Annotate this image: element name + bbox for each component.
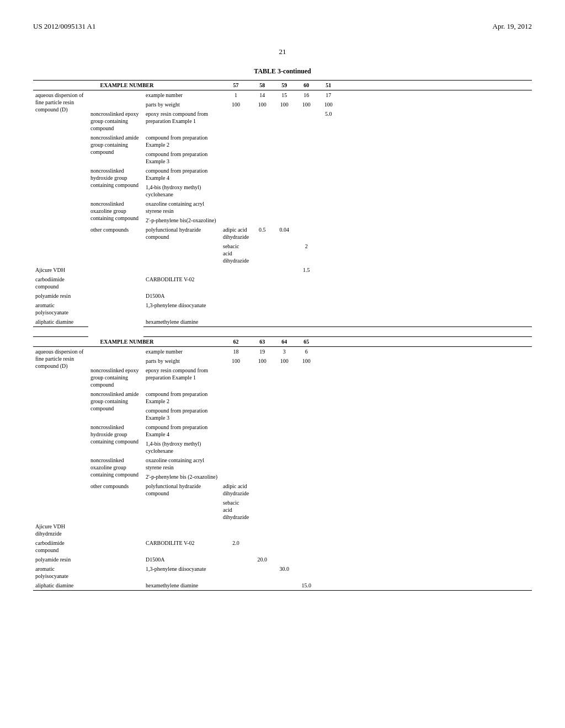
hydrazide-label: polyfunctional hydrazide compound bbox=[143, 225, 221, 275]
t2-section1-label: aqueous dispersion of fine particle resi… bbox=[33, 347, 88, 522]
cell-sebacic: sebacic acid dihydrazide bbox=[221, 242, 251, 265]
cell-hexamethylene: hexamethylene diamine bbox=[143, 317, 221, 327]
aromatic-poly-label: aromatic polyisocyanate bbox=[33, 301, 88, 317]
t2-cell-ajicure: Ajicure VDH dihydrnzide bbox=[33, 522, 88, 538]
table2-example-label: EXAMPLE NUMBER bbox=[33, 337, 221, 347]
table1-header-row: EXAMPLE NUMBER 57 58 59 60 51 bbox=[33, 81, 532, 90]
table-row: noncrosslinked oxazoline group containin… bbox=[33, 456, 532, 472]
t2-hydroxide-group-label: noncrosslinked hydroxide group containin… bbox=[88, 422, 143, 456]
subsection1-label bbox=[88, 90, 143, 110]
cell-ajicure: Ajicure VDH bbox=[33, 265, 88, 275]
t2-cell-compound-prep3: compound from preparation Example 3 bbox=[143, 406, 221, 422]
table1-ex-51: 51 bbox=[317, 81, 339, 90]
t2-cell-adipic: adipic acid dihydrazide bbox=[221, 481, 251, 498]
section1-label: aqueous dispersion of fine particle resi… bbox=[33, 90, 88, 266]
t2-polyamide-label: polyamide resin bbox=[33, 555, 88, 564]
polyamide-label: polyamide resin bbox=[33, 291, 88, 301]
table-row: noncrosslinked hydroxide group containin… bbox=[33, 166, 532, 183]
t2-cell-parts-by-weight: parts by weight bbox=[143, 356, 221, 366]
carbodiimide-label: carbodiimide compound bbox=[33, 275, 88, 291]
patent-number: US 2012/0095131 A1 bbox=[33, 22, 95, 31]
t2-sub1-label bbox=[88, 347, 143, 366]
t2-epoxy-group-label: noncrosslinked epoxy group containing co… bbox=[88, 366, 143, 389]
table-row: other compounds polyfunctional hydrazide… bbox=[33, 481, 532, 498]
cell-example-number: example number bbox=[143, 90, 221, 100]
cell-carbodilite: CARBODILITE V-02 bbox=[143, 275, 221, 291]
table2-ex-62: 62 bbox=[221, 337, 251, 347]
cell-parts-by-weight: parts by weight bbox=[143, 100, 221, 109]
table1-ex-58: 58 bbox=[251, 81, 273, 90]
page-header: US 2012/0095131 A1 Apr. 19, 2012 bbox=[33, 22, 532, 31]
hydroxide-group-label: noncrosslinked hydroxide group containin… bbox=[88, 166, 143, 199]
t2-cell-carbodilite: CARBODILITE V-02 bbox=[143, 538, 221, 555]
table2-header-row: EXAMPLE NUMBER 62 63 64 65 bbox=[33, 337, 532, 347]
t2-cell-compound-prep4: compound from preparation Example 4 bbox=[143, 422, 221, 439]
table-row: other compounds polyfunctional hydrazide… bbox=[33, 225, 532, 242]
cell-epoxy-resin: epoxy resin compound from preparation Ex… bbox=[143, 109, 221, 130]
table2-ex-63: 63 bbox=[251, 337, 273, 347]
page-number-center: 21 bbox=[33, 47, 532, 56]
table-title: TABLE 3-continued bbox=[33, 67, 532, 76]
cell-compound-prep4: compound from preparation Example 4 bbox=[143, 166, 221, 183]
table-row: noncrosslinked epoxy group containing co… bbox=[33, 366, 532, 387]
t2-aromatic-poly-label: aromatic polyisocyanate bbox=[33, 564, 88, 581]
cell-2p-phenylene: 2'-p-phenylene bis(2-oxazoline) bbox=[143, 216, 221, 225]
t2-cell-sebacic: sebacic acid dihydrazide bbox=[221, 498, 251, 522]
table-row: noncrosslinked amide group containing co… bbox=[33, 389, 532, 406]
t2-cell-13phenylene: 1,3-phenylene diisocyanate bbox=[143, 564, 221, 581]
t2-cell-d1500a: D1500A bbox=[143, 555, 221, 564]
table-row: aqueous dispersion of fine particle resi… bbox=[33, 90, 532, 100]
patent-date: Apr. 19, 2012 bbox=[493, 22, 532, 31]
epoxy-group-label: noncrosslinked epoxy group containing co… bbox=[88, 109, 143, 133]
aliphatic-diamine-label: aliphatic diamine bbox=[33, 317, 88, 327]
cell-compound-prep3: compound from preparation Example 3 bbox=[143, 149, 221, 166]
table1-ex-57: 57 bbox=[221, 81, 251, 90]
table-row: noncrosslinked epoxy group containing co… bbox=[33, 109, 532, 130]
cell-oxazoline-acryl: oxazoline containing acryl styrene resin bbox=[143, 199, 221, 216]
cell-adipic: adipic acid dihydrazide bbox=[221, 225, 251, 242]
amide-group-label: noncrosslinked amide group containing co… bbox=[88, 133, 143, 166]
t2-cell-hexamethylene: hexamethylene diamine bbox=[143, 581, 221, 591]
t2-cell-example-number: example number bbox=[143, 347, 221, 357]
cell-compound-prep2: compound from preparation Example 2 bbox=[143, 133, 221, 149]
table-1: EXAMPLE NUMBER 57 58 59 60 51 aqueous di… bbox=[33, 80, 532, 591]
t2-aliphatic-diamine-label: aliphatic diamine bbox=[33, 581, 88, 591]
spacer-row bbox=[33, 327, 532, 337]
cell-d1500a: D1500A bbox=[143, 291, 221, 301]
page-number: 21 bbox=[279, 47, 286, 56]
t2-oxazoline-group-label: noncrosslinked oxazoline group containin… bbox=[88, 456, 143, 481]
table-row: noncrosslinked hydroxide group containin… bbox=[33, 422, 532, 439]
t2-cell-epoxy-resin: epoxy resin compound from preparation Ex… bbox=[143, 366, 221, 387]
t2-cell-14bis: 1,4-bis (hydroxy methyl) cyclohexane bbox=[143, 439, 221, 456]
table2-ex-65: 65 bbox=[295, 337, 317, 347]
t2-cell-compound-prep2: compound from preparation Example 2 bbox=[143, 389, 221, 406]
t2-cell-2p-phenylene: 2'-p-phenylene bis (2-oxazoline) bbox=[143, 472, 221, 481]
t2-carbodiimide-label: carbodiimide compound bbox=[33, 538, 88, 555]
t2-amide-group-label: noncrosslinked amide group containing co… bbox=[88, 389, 143, 422]
table1-ex-60: 60 bbox=[295, 81, 317, 90]
table-row: noncrosslinked oxazoline group containin… bbox=[33, 199, 532, 216]
table2-ex-64: 64 bbox=[273, 337, 295, 347]
t2-cell-oxazoline-acryl: oxazoline containing acryl styrene resin bbox=[143, 456, 221, 472]
oxazoline-group-label: noncrosslinked oxazoline group containin… bbox=[88, 199, 143, 225]
t2-other-compounds-label: other compounds bbox=[88, 481, 143, 591]
cell-13phenylene: 1,3-phenylene diisocyanate bbox=[143, 301, 221, 317]
t2-hydrazide-label: polyfunctional hydrazide compound bbox=[143, 481, 221, 538]
table-row: noncrosslinked amide group containing co… bbox=[33, 133, 532, 149]
table1-example-label: EXAMPLE NUMBER bbox=[33, 81, 221, 90]
table1-ex-59: 59 bbox=[273, 81, 295, 90]
table-row: aqueous dispersion of fine particle resi… bbox=[33, 347, 532, 357]
cell-14bis: 1,4-bis (hydroxy methyl) cyclohexane bbox=[143, 183, 221, 199]
